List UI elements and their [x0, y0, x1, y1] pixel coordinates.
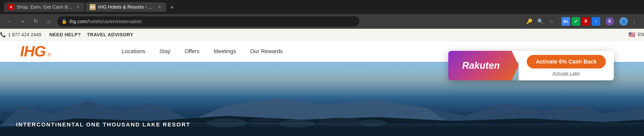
- nav-link-offers[interactable]: Offers: [185, 48, 200, 55]
- phone-icon: 📞: [0, 32, 6, 38]
- url-bar[interactable]: 🔒 ihg.com/hotels/us/en/reservation: [57, 16, 359, 26]
- svg-point-3: [249, 118, 279, 125]
- hero-landscape: [0, 86, 644, 136]
- key-icon[interactable]: 🔑: [525, 17, 534, 26]
- back-button[interactable]: ←: [5, 17, 14, 26]
- nav-link-rewards[interactable]: Our Rewards: [250, 48, 283, 55]
- tab-close-rakuten[interactable]: ×: [76, 4, 80, 10]
- rakuten-actions: Activate 6% Cash Back Activate Later: [519, 51, 614, 80]
- url-path: /hotels/us/en/reservation: [87, 19, 142, 24]
- tab-bar: R Shop. Earn. Get Cash Back. | R × IHG I…: [0, 0, 644, 14]
- travel-advisory-link[interactable]: TRAVEL ADVISORY: [87, 32, 133, 38]
- svg-point-2: [206, 118, 247, 127]
- nav-link-meetings[interactable]: Meetings: [214, 48, 236, 55]
- rakuten-overlay: Rakuten Activate 6% Cash Back Activate L…: [448, 51, 614, 80]
- rakuten-logo-text: Rakuten: [462, 60, 500, 71]
- nav-link-locations[interactable]: Locations: [122, 48, 145, 55]
- nav-link-stay[interactable]: Stay: [159, 48, 171, 55]
- tab-title-rakuten: Shop. Earn. Get Cash Back. | R: [17, 4, 73, 10]
- lang-selector[interactable]: 🇺🇸 EN: [628, 31, 644, 38]
- extension-k-icon[interactable]: K: [606, 17, 614, 26]
- bookmark-icon[interactable]: ☆: [547, 17, 556, 26]
- flag-icon: 🇺🇸: [628, 31, 635, 38]
- ihg-logo[interactable]: IHG: [20, 43, 46, 60]
- main-nav: IHG® Locations Stay Offers Meetings Our …: [0, 41, 644, 62]
- svg-point-4: [279, 119, 314, 127]
- tab-title-ihg: IHG Hotels & Resorts - Book h: [98, 4, 155, 10]
- tab-favicon-ihg: IHG: [90, 4, 96, 10]
- lock-icon: 🔒: [61, 19, 67, 24]
- info-bar-links: NEED HELP? TRAVEL ADVISORY: [49, 32, 133, 38]
- ihg-registered-mark: ®: [48, 52, 51, 58]
- profile-avatar[interactable]: 👤: [619, 17, 628, 26]
- extension-b1-icon[interactable]: B1: [561, 17, 570, 26]
- extension-rakuten-icon[interactable]: R: [582, 17, 590, 26]
- tab-favicon-rakuten: R: [8, 4, 14, 10]
- main-navigation: Locations Stay Offers Meetings Our Rewar…: [122, 48, 283, 55]
- separator-2: [603, 18, 603, 25]
- need-help-link[interactable]: NEED HELP?: [49, 32, 81, 38]
- logo-container: IHG®: [20, 43, 51, 60]
- separator-3: [617, 18, 617, 25]
- separator: [559, 18, 559, 25]
- rakuten-activate-later-link[interactable]: Activate Later: [552, 71, 580, 76]
- menu-button[interactable]: ⋮: [629, 17, 639, 26]
- lang-text: EN: [638, 32, 644, 37]
- hero-title: INTERCONTINENTAL ONE THOUSAND LAKE RESOR…: [16, 121, 190, 128]
- url-text: ihg.com/hotels/us/en/reservation: [69, 19, 142, 24]
- forward-button[interactable]: →: [18, 17, 27, 26]
- phone-number: 1 877 424 2449: [8, 32, 41, 38]
- refresh-button[interactable]: ↻: [31, 17, 40, 26]
- svg-point-6: [358, 120, 386, 127]
- extension-green-icon[interactable]: ✓: [572, 17, 580, 26]
- rakuten-logo-section: Rakuten: [448, 51, 519, 80]
- tab-ihg[interactable]: IHG IHG Hotels & Resorts - Book h ×: [86, 2, 166, 12]
- address-bar: ← → ↻ ⌂ 🔒 ihg.com/hotels/us/en/reservati…: [0, 14, 644, 29]
- new-tab-button[interactable]: +: [167, 2, 177, 12]
- search-icon[interactable]: 🔍: [536, 17, 545, 26]
- home-button[interactable]: ⌂: [44, 17, 53, 26]
- tab-rakuten[interactable]: R Shop. Earn. Get Cash Back. | R ×: [4, 2, 85, 12]
- url-domain: ihg.com: [69, 19, 87, 24]
- website-content: 📞 1 877 424 2449 NEED HELP? TRAVEL ADVIS…: [0, 29, 644, 136]
- info-bar: 📞 1 877 424 2449 NEED HELP? TRAVEL ADVIS…: [0, 29, 644, 41]
- rakuten-activate-button[interactable]: Activate 6% Cash Back: [527, 55, 606, 69]
- extension-blue-icon[interactable]: ✓: [592, 17, 600, 26]
- svg-point-5: [317, 118, 362, 126]
- address-bar-actions: 🔑 🔍 ☆ B1 ✓ R ✓ K 👤 ⋮: [525, 17, 639, 26]
- tab-close-ihg[interactable]: ×: [157, 4, 162, 10]
- browser-chrome: R Shop. Earn. Get Cash Back. | R × IHG I…: [0, 0, 644, 29]
- phone-info: 📞 1 877 424 2449: [0, 32, 41, 38]
